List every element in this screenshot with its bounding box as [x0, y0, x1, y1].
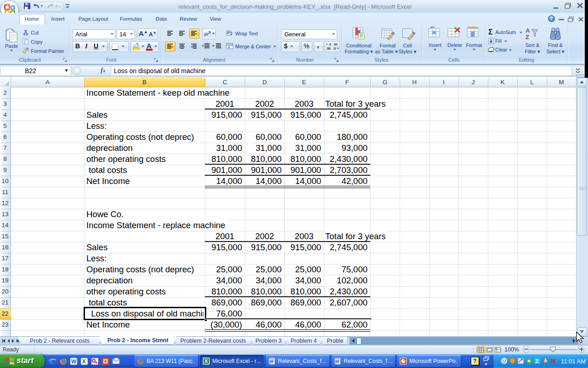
svg-text:.0: .0 — [328, 43, 331, 46]
svg-text:Z: Z — [536, 358, 539, 364]
svg-text:.00: .00 — [333, 43, 338, 46]
svg-text:W: W — [270, 359, 273, 363]
svg-text:Z: Z — [526, 34, 529, 40]
svg-text:W: W — [71, 358, 77, 365]
svg-text:.00: .00 — [326, 47, 331, 50]
svg-text:A: A — [526, 27, 530, 34]
svg-text:X: X — [205, 359, 208, 364]
svg-text:a: a — [228, 45, 230, 49]
svg-text:X: X — [82, 358, 86, 365]
svg-text:e: e — [50, 357, 53, 365]
svg-text:N: N — [551, 357, 555, 364]
svg-text:W: W — [335, 359, 339, 363]
svg-text:.0: .0 — [333, 47, 336, 50]
